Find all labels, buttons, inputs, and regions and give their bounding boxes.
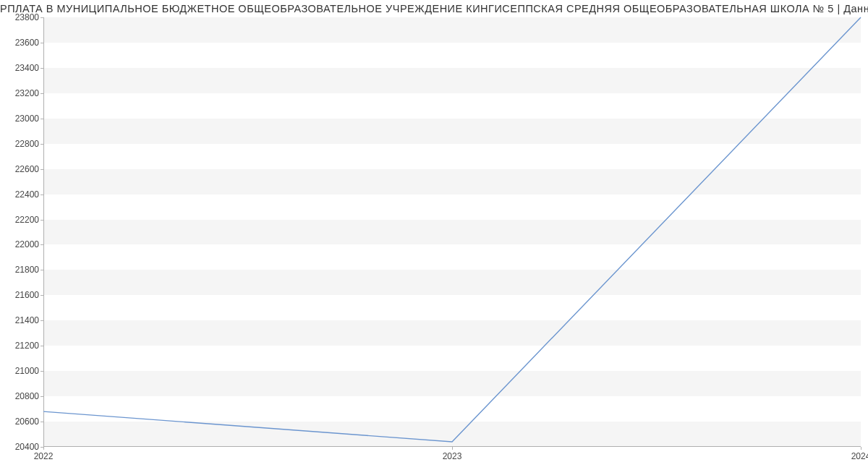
- y-tick-label: 21800: [7, 265, 39, 275]
- x-tick-label: 2024: [851, 451, 868, 461]
- y-tick-label: 21600: [7, 290, 39, 300]
- line-svg: [43, 17, 861, 447]
- y-tick-label: 21000: [7, 366, 39, 376]
- y-tick-label: 22800: [7, 139, 39, 149]
- chart-title: РПЛАТА В МУНИЦИПАЛЬНОЕ БЮДЖЕТНОЕ ОБЩЕОБР…: [0, 3, 868, 14]
- x-tick-label: 2022: [34, 451, 54, 461]
- series-line: [43, 17, 861, 442]
- chart-container: РПЛАТА В МУНИЦИПАЛЬНОЕ БЮДЖЕТНОЕ ОБЩЕОБР…: [0, 0, 868, 470]
- y-tick-label: 23000: [7, 114, 39, 124]
- y-tick-label: 23800: [7, 12, 39, 22]
- y-tick-label: 23600: [7, 38, 39, 48]
- y-tick-label: 22600: [7, 164, 39, 174]
- y-tick-label: 21400: [7, 315, 39, 325]
- y-tick-label: 20600: [7, 416, 39, 427]
- y-tick-label: 23200: [7, 88, 39, 98]
- plot-area: 2040020600208002100021200214002160021800…: [43, 17, 861, 447]
- x-tick-label: 2023: [443, 451, 462, 461]
- y-tick-label: 22000: [7, 239, 39, 249]
- y-tick-label: 20400: [7, 442, 39, 452]
- y-tick-label: 22400: [7, 189, 39, 200]
- y-tick-label: 23400: [7, 63, 39, 73]
- y-tick-label: 21200: [7, 341, 39, 351]
- y-tick-label: 20800: [7, 391, 39, 401]
- y-tick-label: 22200: [7, 215, 39, 225]
